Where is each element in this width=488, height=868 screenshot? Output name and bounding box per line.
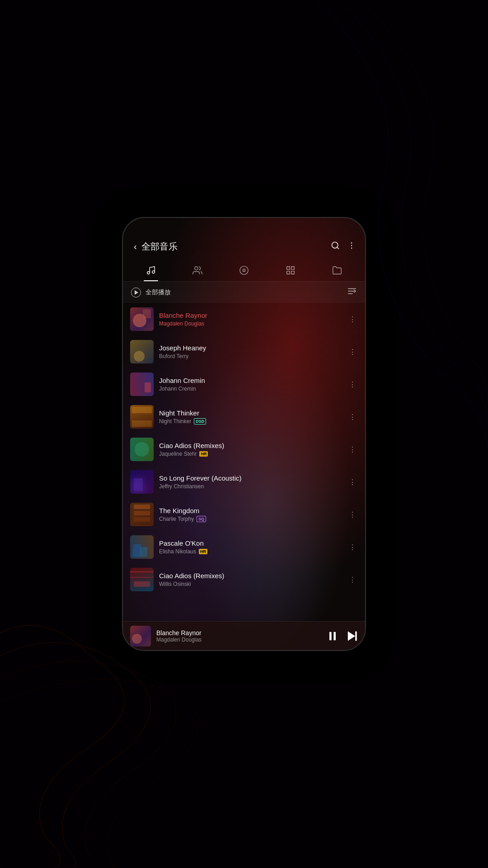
artist-icon: [192, 265, 202, 277]
quality-badge-hr: HR: [199, 451, 208, 457]
song-thumbnail: [130, 405, 154, 429]
more-options-button[interactable]: ⋮: [347, 572, 358, 588]
svg-line-2: [337, 247, 339, 249]
song-artist: Elisha Nikolaus: [159, 548, 196, 555]
song-thumbnail: [130, 470, 154, 494]
tab-songs[interactable]: [140, 263, 162, 281]
song-info: Joseph Heaney Buford Terry: [159, 344, 342, 359]
svg-point-6: [194, 267, 197, 270]
song-artist: Magdalen Douglas: [159, 321, 204, 327]
header: ‹ 全部音乐: [123, 218, 365, 259]
song-artist: Jaqueline Stehr: [159, 451, 197, 457]
song-thumbnail: [130, 535, 154, 559]
song-artist: Johann Cremin: [159, 386, 196, 392]
now-playing-bar[interactable]: Blanche Raynor Magdalen Douglas: [123, 621, 365, 650]
svg-rect-9: [287, 267, 290, 269]
play-triangle: [135, 290, 138, 295]
song-info: Ciao Adios (Remixes) Willis Osinski: [159, 572, 342, 587]
song-title: Night Thinker: [159, 409, 342, 417]
song-thumbnail: [130, 373, 154, 396]
more-options-button[interactable]: ⋮: [347, 507, 358, 523]
song-list: Blanche Raynor Magdalen Douglas ⋮: [123, 303, 365, 621]
song-artist: Charlie Torphy: [159, 516, 194, 522]
play-all-bar[interactable]: 全部播放: [123, 282, 365, 303]
more-options-icon[interactable]: [347, 241, 356, 252]
album-icon: [239, 265, 249, 277]
svg-rect-17: [333, 632, 336, 640]
song-thumbnail: [130, 307, 154, 331]
now-playing-controls: [326, 630, 358, 642]
svg-point-8: [243, 269, 245, 272]
more-options-button[interactable]: ⋮: [347, 344, 358, 360]
song-info: Night Thinker Night Thinker DSD: [159, 409, 342, 425]
phone-frame: ‹ 全部音乐: [122, 217, 366, 651]
tab-albums[interactable]: [233, 263, 255, 281]
svg-rect-12: [291, 271, 294, 274]
tab-folders[interactable]: [326, 263, 348, 281]
quality-badge-sq: SQ: [197, 516, 206, 522]
song-thumbnail: [130, 438, 154, 461]
song-artist: Jeffry Christiansen: [159, 483, 204, 490]
song-info: Johann Cremin Johann Cremin: [159, 377, 342, 392]
now-playing-thumbnail: [130, 626, 151, 646]
quality-badge-hr: HR: [199, 549, 207, 554]
svg-point-3: [351, 242, 352, 244]
song-title: Johann Cremin: [159, 377, 342, 384]
song-artist-row: Willis Osinski: [159, 581, 342, 587]
song-artist-row: Jaqueline Stehr HR: [159, 451, 342, 457]
more-options-button[interactable]: ⋮: [347, 474, 358, 490]
sort-icon[interactable]: [347, 286, 357, 298]
song-artist-row: Elisha Nikolaus HR: [159, 548, 342, 555]
svg-point-4: [351, 245, 352, 246]
list-item[interactable]: Blanche Raynor Magdalen Douglas ⋮: [123, 303, 365, 335]
phone-content: ‹ 全部音乐: [123, 218, 365, 650]
song-info: Pascale O'Kon Elisha Nikolaus HR: [159, 539, 342, 555]
song-thumbnail: [130, 568, 154, 591]
song-info: Ciao Adios (Remixes) Jaqueline Stehr HR: [159, 442, 342, 457]
song-title: Joseph Heaney: [159, 344, 342, 352]
song-title: Ciao Adios (Remixes): [159, 442, 342, 449]
more-options-button[interactable]: ⋮: [347, 311, 358, 327]
song-title: So Long Forever (Acoustic): [159, 474, 342, 482]
song-info: The Kingdom Charlie Torphy SQ: [159, 507, 342, 522]
song-title: The Kingdom: [159, 507, 342, 514]
tab-playlists[interactable]: [279, 263, 302, 281]
back-button[interactable]: ‹: [132, 240, 141, 254]
list-item[interactable]: Night Thinker Night Thinker DSD ⋮: [123, 401, 365, 433]
more-options-button[interactable]: ⋮: [347, 539, 358, 555]
grid-icon: [286, 265, 296, 277]
song-title: Pascale O'Kon: [159, 539, 342, 547]
list-item[interactable]: Johann Cremin Johann Cremin ⋮: [123, 368, 365, 401]
svg-marker-18: [348, 631, 355, 641]
list-item[interactable]: Pascale O'Kon Elisha Nikolaus HR ⋮: [123, 531, 365, 563]
play-circle-icon: [131, 288, 141, 297]
list-item[interactable]: So Long Forever (Acoustic) Jeffry Christ…: [123, 466, 365, 498]
tab-bar: [123, 259, 365, 282]
song-artist-row: Jeffry Christiansen: [159, 483, 342, 490]
song-artist-row: Night Thinker DSD: [159, 418, 342, 425]
song-title: Blanche Raynor: [159, 311, 342, 319]
list-item[interactable]: The Kingdom Charlie Torphy SQ ⋮: [123, 498, 365, 531]
svg-rect-16: [329, 632, 332, 640]
tab-artists[interactable]: [186, 263, 209, 281]
next-button[interactable]: [345, 630, 358, 642]
svg-rect-11: [287, 271, 290, 274]
list-item[interactable]: Joseph Heaney Buford Terry ⋮: [123, 335, 365, 368]
song-artist-row: Buford Terry: [159, 353, 342, 359]
pause-button[interactable]: [326, 630, 339, 642]
search-icon[interactable]: [331, 241, 340, 252]
header-icons: [331, 241, 356, 252]
more-options-button[interactable]: ⋮: [347, 409, 358, 425]
song-artist-row: Magdalen Douglas: [159, 321, 342, 327]
song-artist: Buford Terry: [159, 353, 188, 359]
song-info: So Long Forever (Acoustic) Jeffry Christ…: [159, 474, 342, 490]
song-title: Ciao Adios (Remixes): [159, 572, 342, 580]
list-item[interactable]: Ciao Adios (Remixes) Willis Osinski ⋮: [123, 563, 365, 596]
song-info: Blanche Raynor Magdalen Douglas: [159, 311, 342, 327]
list-item[interactable]: Ciao Adios (Remixes) Jaqueline Stehr HR …: [123, 433, 365, 466]
more-options-button[interactable]: ⋮: [347, 442, 358, 458]
folder-icon: [332, 265, 342, 277]
page-title: 全部音乐: [141, 241, 331, 253]
more-options-button[interactable]: ⋮: [347, 377, 358, 392]
svg-point-7: [240, 266, 248, 274]
